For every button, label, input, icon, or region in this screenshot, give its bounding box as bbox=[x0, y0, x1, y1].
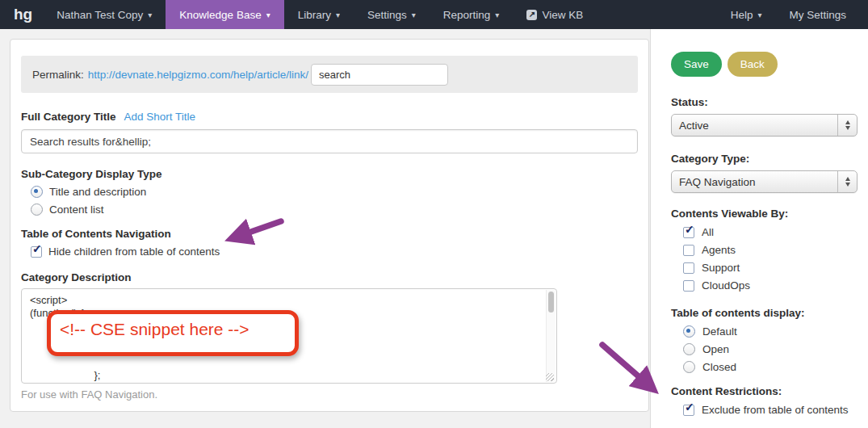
radio-row-title-and-description: Title and description bbox=[31, 186, 638, 198]
checkbox-label: All bbox=[702, 226, 714, 238]
cse-snippet-annotation-box: <!-- CSE snippet here --> bbox=[47, 310, 299, 356]
nav-item-label: Nathan Test Copy bbox=[57, 9, 143, 21]
checkbox-row-support: ✓ Support bbox=[683, 262, 868, 273]
radio-row-default: Default bbox=[683, 326, 868, 337]
category-type-select[interactable]: FAQ Navigation bbox=[671, 170, 858, 193]
viewable-support-checkbox[interactable]: ✓ bbox=[683, 262, 694, 274]
radio-button[interactable] bbox=[31, 186, 43, 198]
category-type-select-value: FAQ Navigation bbox=[679, 176, 756, 188]
checkmark-icon: ✓ bbox=[685, 223, 694, 236]
subcategory-display-type-label: Sub-Category Display Type bbox=[21, 168, 638, 180]
permalink-label: Permalink: bbox=[32, 69, 84, 81]
exclude-from-toc-checkbox[interactable]: ✓ bbox=[683, 405, 694, 416]
checkbox-row-hide-children: ✓ Hide children from table of contents bbox=[31, 245, 638, 258]
nav-item-view-kb[interactable]: ↗ View KB bbox=[513, 0, 597, 29]
select-spinner-icon bbox=[837, 115, 857, 136]
category-description-label: Category Description bbox=[21, 271, 638, 283]
cse-snippet-annotation-text: <!-- CSE snippet here --> bbox=[60, 320, 295, 339]
radio-label: Content list bbox=[49, 204, 104, 216]
radio-label: Title and description bbox=[49, 186, 146, 198]
caret-down-icon: ▾ bbox=[336, 11, 340, 19]
status-select-value: Active bbox=[679, 120, 709, 132]
top-navbar: hg Nathan Test Copy ▾ Knowledge Base ▾ L… bbox=[0, 0, 868, 29]
toc-navigation-label: Table of Contents Navigation bbox=[21, 228, 638, 240]
checkbox-label: Support bbox=[702, 262, 740, 274]
nav-item-label: Reporting bbox=[443, 9, 491, 21]
nav-item-library[interactable]: Library ▾ bbox=[284, 0, 354, 29]
select-spinner-icon bbox=[837, 171, 857, 192]
nav-item-help[interactable]: Help ▾ bbox=[717, 0, 776, 29]
radio-label: Default bbox=[702, 325, 737, 338]
permalink-url-link[interactable]: http://devnate.helpgizmo.com/help/articl… bbox=[88, 69, 308, 81]
toc-default-radio[interactable] bbox=[683, 325, 695, 338]
radio-row-closed: Closed bbox=[683, 362, 868, 372]
permalink-slug-input[interactable] bbox=[311, 64, 448, 86]
checkbox-row-agents: ✓ Agents bbox=[683, 245, 868, 255]
nav-item-settings[interactable]: Settings ▾ bbox=[354, 0, 430, 29]
nav-item-account[interactable]: Nathan Test Copy ▾ bbox=[43, 0, 166, 29]
faq-helper-text: For use with FAQ Navigation. bbox=[21, 388, 638, 401]
radio-label: Closed bbox=[702, 361, 736, 373]
add-short-title-link[interactable]: Add Short Title bbox=[124, 111, 196, 123]
textarea-scrollbar-track[interactable] bbox=[546, 290, 556, 382]
radio-row-open: Open bbox=[683, 344, 868, 355]
nav-item-label: Knowledge Base bbox=[179, 9, 261, 21]
nav-item-label: View KB bbox=[542, 9, 583, 21]
external-link-icon: ↗ bbox=[526, 10, 537, 20]
category-type-label: Category Type: bbox=[671, 153, 868, 165]
nav-item-reporting[interactable]: Reporting ▾ bbox=[430, 0, 514, 29]
nav-spacer bbox=[597, 0, 717, 29]
nav-item-knowledge-base[interactable]: Knowledge Base ▾ bbox=[166, 0, 283, 29]
full-category-title-label: Full Category Title bbox=[21, 111, 116, 123]
checkbox-label: CloudOps bbox=[702, 279, 750, 292]
status-select[interactable]: Active bbox=[671, 114, 858, 136]
checkbox-row-cloudops: ✓ CloudOps bbox=[683, 280, 868, 291]
caret-down-icon: ▾ bbox=[412, 11, 416, 19]
nav-item-label: Library bbox=[298, 9, 331, 21]
right-sidebar: Save Back Status: Active Category Type: … bbox=[650, 29, 868, 428]
caret-down-icon: ▾ bbox=[148, 11, 152, 19]
viewable-cloudops-checkbox[interactable]: ✓ bbox=[683, 280, 694, 292]
nav-item-my-settings[interactable]: My Settings bbox=[775, 0, 860, 29]
contents-viewable-by-label: Contents Viewable By: bbox=[671, 208, 868, 220]
checkbox-row-exclude-toc: ✓ Exclude from table of contents bbox=[683, 405, 868, 415]
nav-item-label: Settings bbox=[367, 9, 407, 21]
content-restrictions-label: Content Restrictions: bbox=[671, 385, 868, 397]
page: { "nav": { "logo": "hg", "items": [ {"la… bbox=[0, 0, 868, 428]
action-buttons-row: Save Back bbox=[671, 52, 868, 77]
textarea-scrollbar-thumb[interactable] bbox=[548, 292, 554, 313]
permalink-bar: Permalink: http://devnate.helpgizmo.com/… bbox=[21, 56, 638, 93]
nav-item-label: Help bbox=[731, 9, 753, 21]
viewable-agents-checkbox[interactable]: ✓ bbox=[683, 245, 694, 256]
checkbox-row-all: ✓ All bbox=[683, 227, 868, 237]
category-title-input[interactable] bbox=[21, 129, 638, 153]
resize-grip-icon[interactable] bbox=[546, 373, 554, 381]
checkmark-icon: ✓ bbox=[685, 401, 694, 413]
hide-children-checkbox[interactable]: ✓ bbox=[31, 246, 42, 258]
toc-open-radio[interactable] bbox=[683, 343, 695, 355]
checkbox-label: Hide children from table of contents bbox=[48, 245, 220, 258]
toc-closed-radio[interactable] bbox=[683, 361, 695, 373]
viewable-all-checkbox[interactable]: ✓ bbox=[683, 227, 694, 238]
checkbox-label: Exclude from table of contents bbox=[702, 404, 849, 416]
radio-button[interactable] bbox=[31, 204, 43, 216]
nav-item-label: My Settings bbox=[789, 9, 846, 21]
status-label: Status: bbox=[671, 96, 868, 108]
title-label-row: Full Category Title Add Short Title bbox=[21, 111, 638, 123]
caret-down-icon: ▾ bbox=[757, 11, 761, 19]
radio-row-content-list: Content list bbox=[31, 204, 638, 216]
nav-right-group: Help ▾ My Settings bbox=[717, 0, 860, 29]
toc-display-label: Table of contents display: bbox=[671, 307, 868, 319]
hg-logo[interactable]: hg bbox=[0, 0, 43, 29]
back-button[interactable]: Back bbox=[728, 52, 778, 77]
caret-down-icon: ▾ bbox=[266, 11, 270, 19]
radio-label: Open bbox=[702, 343, 729, 355]
checkmark-icon: ✓ bbox=[32, 242, 42, 255]
save-button[interactable]: Save bbox=[671, 52, 722, 77]
checkbox-label: Agents bbox=[702, 244, 736, 256]
caret-down-icon: ▾ bbox=[495, 11, 499, 19]
